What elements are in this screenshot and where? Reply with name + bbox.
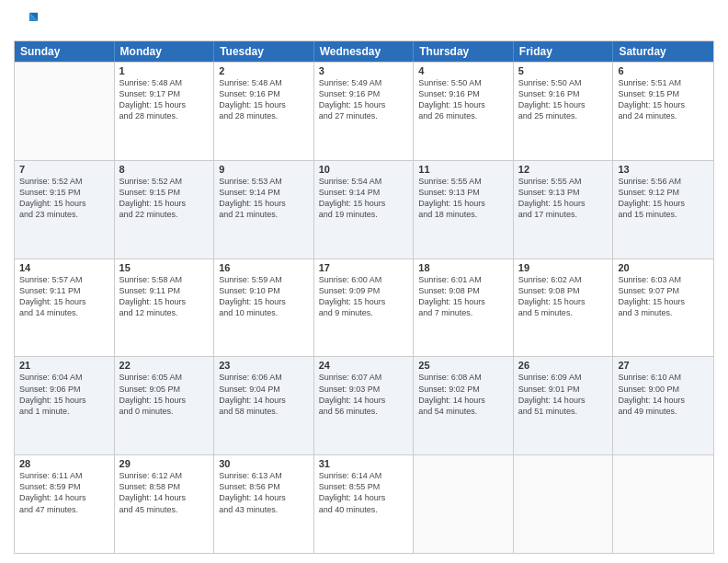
- weekday-header-tuesday: Tuesday: [214, 41, 314, 62]
- day-info: Sunrise: 5:58 AMSunset: 9:11 PMDaylight:…: [119, 274, 210, 319]
- day-info: Sunrise: 6:02 AMSunset: 9:08 PMDaylight:…: [518, 274, 609, 319]
- day-number: 5: [518, 65, 609, 76]
- day-number: 8: [119, 164, 210, 175]
- calendar-cell: 9Sunrise: 5:53 AMSunset: 9:14 PMDaylight…: [214, 161, 314, 259]
- day-number: 16: [219, 262, 309, 273]
- day-info: Sunrise: 5:56 AMSunset: 9:12 PMDaylight:…: [618, 176, 709, 221]
- weekday-header-friday: Friday: [514, 41, 614, 62]
- day-info: Sunrise: 5:52 AMSunset: 9:15 PMDaylight:…: [19, 176, 109, 221]
- calendar-cell: 23Sunrise: 6:06 AMSunset: 9:04 PMDayligh…: [214, 357, 314, 454]
- calendar-cell: 26Sunrise: 6:09 AMSunset: 9:01 PMDayligh…: [514, 357, 614, 454]
- day-info: Sunrise: 6:12 AMSunset: 8:58 PMDaylight:…: [119, 470, 210, 515]
- day-info: Sunrise: 6:09 AMSunset: 9:01 PMDaylight:…: [518, 372, 609, 417]
- day-info: Sunrise: 5:53 AMSunset: 9:14 PMDaylight:…: [219, 176, 309, 221]
- day-info: Sunrise: 6:14 AMSunset: 8:55 PMDaylight:…: [319, 470, 409, 515]
- day-number: 25: [418, 360, 508, 371]
- calendar-cell: 17Sunrise: 6:00 AMSunset: 9:09 PMDayligh…: [314, 259, 415, 357]
- day-number: 3: [319, 65, 409, 76]
- calendar-cell: 21Sunrise: 6:04 AMSunset: 9:06 PMDayligh…: [15, 357, 115, 454]
- day-number: 2: [219, 65, 309, 76]
- calendar-cell: 8Sunrise: 5:52 AMSunset: 9:15 PMDaylight…: [115, 161, 215, 259]
- day-number: 30: [219, 458, 309, 469]
- calendar-cell: 18Sunrise: 6:01 AMSunset: 9:08 PMDayligh…: [414, 259, 514, 357]
- day-number: 10: [319, 164, 409, 175]
- logo-icon: [14, 9, 40, 35]
- calendar-cell: 12Sunrise: 5:55 AMSunset: 9:13 PMDayligh…: [514, 161, 614, 259]
- calendar-row-1: 1Sunrise: 5:48 AMSunset: 9:17 PMDaylight…: [15, 62, 713, 160]
- day-info: Sunrise: 6:10 AMSunset: 9:00 PMDaylight:…: [618, 372, 709, 417]
- day-number: 4: [418, 65, 508, 76]
- day-number: 15: [119, 262, 210, 273]
- day-info: Sunrise: 5:52 AMSunset: 9:15 PMDaylight:…: [119, 176, 210, 221]
- calendar-cell: 10Sunrise: 5:54 AMSunset: 9:14 PMDayligh…: [314, 161, 415, 259]
- day-info: Sunrise: 5:48 AMSunset: 9:17 PMDaylight:…: [119, 77, 210, 122]
- calendar-cell: [15, 63, 115, 160]
- day-info: Sunrise: 6:04 AMSunset: 9:06 PMDaylight:…: [19, 372, 109, 417]
- weekday-header-sunday: Sunday: [15, 41, 115, 62]
- day-number: 24: [319, 360, 409, 371]
- calendar-row-4: 21Sunrise: 6:04 AMSunset: 9:06 PMDayligh…: [15, 356, 713, 454]
- calendar-cell: 27Sunrise: 6:10 AMSunset: 9:00 PMDayligh…: [613, 357, 713, 454]
- day-number: 31: [319, 458, 409, 469]
- calendar-cell: 7Sunrise: 5:52 AMSunset: 9:15 PMDaylight…: [15, 161, 115, 259]
- header: [14, 9, 714, 35]
- day-info: Sunrise: 6:11 AMSunset: 8:59 PMDaylight:…: [19, 470, 109, 515]
- calendar-cell: 3Sunrise: 5:49 AMSunset: 9:16 PMDaylight…: [314, 63, 415, 160]
- day-number: 19: [518, 262, 609, 273]
- day-info: Sunrise: 5:50 AMSunset: 9:16 PMDaylight:…: [418, 77, 508, 122]
- day-number: 12: [518, 164, 609, 175]
- calendar-cell: 19Sunrise: 6:02 AMSunset: 9:08 PMDayligh…: [514, 259, 614, 357]
- day-info: Sunrise: 6:08 AMSunset: 9:02 PMDaylight:…: [418, 372, 508, 417]
- day-info: Sunrise: 5:49 AMSunset: 9:16 PMDaylight:…: [319, 77, 409, 122]
- calendar-cell: 24Sunrise: 6:07 AMSunset: 9:03 PMDayligh…: [314, 357, 415, 454]
- calendar-cell: 31Sunrise: 6:14 AMSunset: 8:55 PMDayligh…: [314, 455, 415, 553]
- calendar-cell: 16Sunrise: 5:59 AMSunset: 9:10 PMDayligh…: [214, 259, 314, 357]
- day-info: Sunrise: 5:54 AMSunset: 9:14 PMDaylight:…: [319, 176, 409, 221]
- calendar-cell: 11Sunrise: 5:55 AMSunset: 9:13 PMDayligh…: [414, 161, 514, 259]
- calendar-cell: 28Sunrise: 6:11 AMSunset: 8:59 PMDayligh…: [15, 455, 115, 553]
- page: SundayMondayTuesdayWednesdayThursdayFrid…: [0, 0, 728, 563]
- day-number: 27: [618, 360, 709, 371]
- weekday-header-monday: Monday: [115, 41, 215, 62]
- calendar-cell: 1Sunrise: 5:48 AMSunset: 9:17 PMDaylight…: [115, 63, 215, 160]
- day-info: Sunrise: 6:07 AMSunset: 9:03 PMDaylight:…: [319, 372, 409, 417]
- day-number: 6: [618, 65, 709, 76]
- calendar-body: 1Sunrise: 5:48 AMSunset: 9:17 PMDaylight…: [15, 62, 713, 553]
- day-number: 14: [19, 262, 109, 273]
- calendar-cell: 5Sunrise: 5:50 AMSunset: 9:16 PMDaylight…: [514, 63, 614, 160]
- day-number: 23: [219, 360, 309, 371]
- logo: [14, 9, 43, 35]
- calendar: SundayMondayTuesdayWednesdayThursdayFrid…: [14, 40, 714, 554]
- day-number: 11: [418, 164, 508, 175]
- calendar-cell: 2Sunrise: 5:48 AMSunset: 9:16 PMDaylight…: [214, 63, 314, 160]
- calendar-cell: 15Sunrise: 5:58 AMSunset: 9:11 PMDayligh…: [115, 259, 215, 357]
- calendar-cell: 20Sunrise: 6:03 AMSunset: 9:07 PMDayligh…: [613, 259, 713, 357]
- day-info: Sunrise: 5:59 AMSunset: 9:10 PMDaylight:…: [219, 274, 309, 319]
- weekday-header-saturday: Saturday: [613, 41, 713, 62]
- day-info: Sunrise: 6:01 AMSunset: 9:08 PMDaylight:…: [418, 274, 508, 319]
- calendar-row-5: 28Sunrise: 6:11 AMSunset: 8:59 PMDayligh…: [15, 454, 713, 553]
- calendar-cell: 30Sunrise: 6:13 AMSunset: 8:56 PMDayligh…: [214, 455, 314, 553]
- day-number: 21: [19, 360, 109, 371]
- day-info: Sunrise: 6:03 AMSunset: 9:07 PMDaylight:…: [618, 274, 709, 319]
- day-number: 28: [19, 458, 109, 469]
- calendar-header: SundayMondayTuesdayWednesdayThursdayFrid…: [15, 41, 713, 62]
- day-info: Sunrise: 5:51 AMSunset: 9:15 PMDaylight:…: [618, 77, 709, 122]
- day-info: Sunrise: 5:50 AMSunset: 9:16 PMDaylight:…: [518, 77, 609, 122]
- calendar-cell: [613, 455, 713, 553]
- day-number: 20: [618, 262, 709, 273]
- day-number: 9: [219, 164, 309, 175]
- calendar-cell: 13Sunrise: 5:56 AMSunset: 9:12 PMDayligh…: [613, 161, 713, 259]
- calendar-cell: [414, 455, 514, 553]
- day-number: 1: [119, 65, 210, 76]
- day-number: 26: [518, 360, 609, 371]
- day-number: 7: [19, 164, 109, 175]
- day-number: 18: [418, 262, 508, 273]
- calendar-cell: 22Sunrise: 6:05 AMSunset: 9:05 PMDayligh…: [115, 357, 215, 454]
- calendar-row-3: 14Sunrise: 5:57 AMSunset: 9:11 PMDayligh…: [15, 259, 713, 357]
- calendar-cell: 14Sunrise: 5:57 AMSunset: 9:11 PMDayligh…: [15, 259, 115, 357]
- weekday-header-thursday: Thursday: [414, 41, 514, 62]
- day-info: Sunrise: 6:05 AMSunset: 9:05 PMDaylight:…: [119, 372, 210, 417]
- day-info: Sunrise: 6:06 AMSunset: 9:04 PMDaylight:…: [219, 372, 309, 417]
- weekday-header-wednesday: Wednesday: [314, 41, 415, 62]
